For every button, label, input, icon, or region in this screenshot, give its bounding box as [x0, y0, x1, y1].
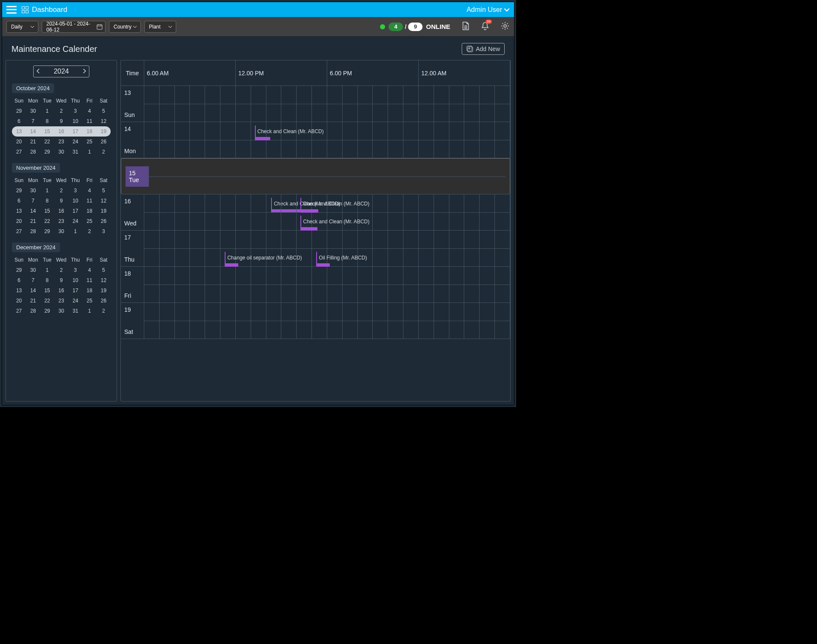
- settings-button[interactable]: [500, 21, 510, 32]
- calendar-day[interactable]: 31: [69, 306, 83, 316]
- calendar-day[interactable]: 10: [69, 275, 83, 285]
- calendar-day[interactable]: 6: [12, 116, 26, 126]
- event-label[interactable]: Change oil separator (Mr. ABCD): [225, 252, 302, 264]
- calendar-day[interactable]: 30: [54, 306, 68, 316]
- calendar-day[interactable]: 31: [69, 147, 83, 157]
- calendar-day[interactable]: 9: [54, 196, 68, 206]
- calendar-day[interactable]: 28: [26, 147, 40, 157]
- calendar-day[interactable]: 24: [69, 296, 83, 306]
- calendar-day[interactable]: 17: [69, 126, 83, 137]
- calendar-day[interactable]: 6: [12, 196, 26, 206]
- calendar-day[interactable]: 10: [69, 116, 83, 126]
- event-bar[interactable]: [316, 263, 330, 267]
- calendar-day[interactable]: 12: [97, 196, 111, 206]
- calendar-day[interactable]: 10: [69, 196, 83, 206]
- calendar-day[interactable]: 21: [26, 216, 40, 226]
- calendar-day[interactable]: 30: [54, 226, 68, 237]
- next-year-button[interactable]: [82, 68, 86, 75]
- event-label[interactable]: Check and Clean (Mr. ABCD): [255, 125, 324, 137]
- calendar-day[interactable]: 2: [97, 147, 111, 157]
- day-row[interactable]: 15TueCheck and Clean (Mr. ABCD): [121, 158, 510, 194]
- plant-select[interactable]: Plant: [144, 21, 176, 33]
- calendar-day[interactable]: 19: [97, 126, 111, 137]
- calendar-day[interactable]: 1: [69, 226, 83, 237]
- calendar-day[interactable]: 30: [26, 265, 40, 275]
- document-button[interactable]: [461, 21, 470, 32]
- calendar-day[interactable]: 30: [26, 106, 40, 116]
- calendar-day[interactable]: 29: [40, 226, 54, 237]
- event-bar[interactable]: [300, 209, 317, 213]
- calendar-day[interactable]: 1: [83, 306, 97, 316]
- calendar-day[interactable]: 7: [26, 275, 40, 285]
- event-label[interactable]: Check and Clean (Mr. ABCD): [300, 198, 369, 210]
- country-select[interactable]: Country: [109, 21, 141, 33]
- calendar-day[interactable]: 29: [40, 147, 54, 157]
- calendar-day[interactable]: 23: [54, 296, 68, 306]
- calendar-day[interactable]: 26: [97, 216, 111, 226]
- calendar-day[interactable]: 29: [12, 265, 26, 275]
- calendar-day[interactable]: 27: [12, 147, 26, 157]
- calendar-day[interactable]: 24: [69, 137, 83, 147]
- day-row[interactable]: 18Fri: [121, 267, 510, 303]
- calendar-day[interactable]: 22: [40, 137, 54, 147]
- calendar-day[interactable]: 16: [54, 206, 68, 216]
- day-row[interactable]: 19Sat: [121, 303, 510, 339]
- view-select[interactable]: Daily: [6, 21, 38, 33]
- calendar-day[interactable]: 24: [69, 216, 83, 226]
- calendar-day[interactable]: 19: [97, 206, 111, 216]
- calendar-day[interactable]: 14: [26, 285, 40, 296]
- calendar-day[interactable]: 23: [54, 216, 68, 226]
- calendar-day[interactable]: 5: [97, 106, 111, 116]
- calendar-day[interactable]: 3: [97, 226, 111, 237]
- calendar-day[interactable]: 25: [83, 296, 97, 306]
- calendar-day[interactable]: 1: [40, 106, 54, 116]
- calendar-day[interactable]: 12: [97, 116, 111, 126]
- day-row[interactable]: 17ThuChange oil separator (Mr. ABCD)Oil …: [121, 231, 510, 267]
- calendar-day[interactable]: 28: [26, 306, 40, 316]
- calendar-day[interactable]: 3: [69, 185, 83, 196]
- calendar-day[interactable]: 30: [54, 147, 68, 157]
- calendar-day[interactable]: 1: [40, 185, 54, 196]
- calendar-day[interactable]: 29: [12, 106, 26, 116]
- menu-button[interactable]: [6, 6, 17, 14]
- day-row[interactable]: 13Sun: [121, 86, 510, 122]
- calendar-day[interactable]: 5: [97, 265, 111, 275]
- calendar-day[interactable]: 15: [40, 206, 54, 216]
- calendar-day[interactable]: 3: [69, 265, 83, 275]
- calendar-day[interactable]: 26: [97, 296, 111, 306]
- calendar-day[interactable]: 8: [40, 275, 54, 285]
- calendar-day[interactable]: 14: [26, 206, 40, 216]
- calendar-day[interactable]: 21: [26, 296, 40, 306]
- calendar-day[interactable]: 3: [69, 106, 83, 116]
- calendar-day[interactable]: 27: [12, 306, 26, 316]
- calendar-day[interactable]: 18: [83, 206, 97, 216]
- add-new-button[interactable]: Add New: [462, 43, 505, 55]
- calendar-day[interactable]: 29: [40, 306, 54, 316]
- calendar-day[interactable]: 7: [26, 116, 40, 126]
- calendar-day[interactable]: 11: [83, 116, 97, 126]
- calendar-day[interactable]: 18: [83, 126, 97, 137]
- calendar-day[interactable]: 20: [12, 216, 26, 226]
- calendar-day[interactable]: 27: [12, 226, 26, 237]
- calendar-day[interactable]: 21: [26, 137, 40, 147]
- event-bar[interactable]: [255, 137, 270, 140]
- calendar-day[interactable]: 4: [83, 185, 97, 196]
- calendar-day[interactable]: 15: [40, 285, 54, 296]
- calendar-day[interactable]: 2: [83, 226, 97, 237]
- date-range-picker[interactable]: 2024-05-01 - 2024-06-12: [42, 21, 106, 33]
- user-menu[interactable]: Admin User: [466, 6, 510, 14]
- calendar-day[interactable]: 16: [54, 285, 68, 296]
- notifications-button[interactable]: 24: [481, 21, 489, 32]
- calendar-day[interactable]: 13: [12, 126, 26, 137]
- calendar-day[interactable]: 2: [54, 106, 68, 116]
- calendar-day[interactable]: 16: [54, 126, 68, 137]
- calendar-day[interactable]: 8: [40, 196, 54, 206]
- calendar-day[interactable]: 9: [54, 275, 68, 285]
- day-row[interactable]: 16WedCheck and Clean (Mr. ABCD)Check and…: [121, 194, 510, 231]
- calendar-day[interactable]: 25: [83, 137, 97, 147]
- event-label[interactable]: Check and Clean (Mr. ABCD): [300, 216, 369, 228]
- calendar-day[interactable]: 19: [97, 285, 111, 296]
- prev-year-button[interactable]: [36, 68, 40, 75]
- calendar-day[interactable]: 30: [26, 185, 40, 196]
- calendar-day[interactable]: 15: [40, 126, 54, 137]
